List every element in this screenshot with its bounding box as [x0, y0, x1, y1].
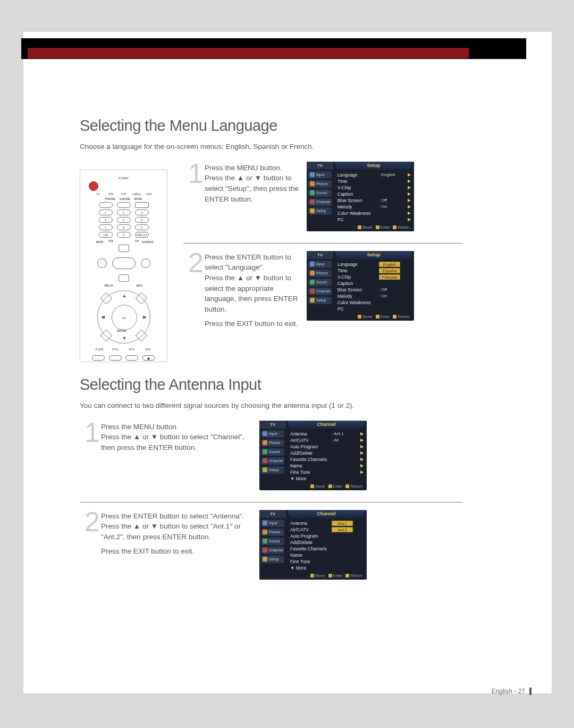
osd-tab-setup: Setup	[261, 466, 284, 474]
osd-title-setup: Setup	[335, 162, 412, 170]
osd-tab-setup: Setup	[261, 556, 284, 563]
osd-tab-picture: Picture	[308, 270, 332, 277]
osd-tab-channel: Channel	[308, 198, 332, 206]
osd-tv-badge: TV	[307, 251, 333, 259]
osd-item-antenna: AntennaAnt.1	[290, 520, 364, 526]
osd-item-melody: Melody: On	[337, 293, 411, 299]
osd-item-pc: PC	[337, 306, 411, 312]
step-text-2b: Press the ENTER button to select "Antenn…	[101, 510, 255, 561]
step-text-1a: Press the MENU button. Press the ▲ or ▼ …	[205, 162, 302, 208]
osd-item-antenna: Antenna: Ant.1▶	[290, 431, 364, 437]
osd-title-setup: Setup	[335, 251, 412, 259]
osd-item-name: Name	[290, 552, 364, 558]
osd-tab-channel: Channel	[308, 288, 332, 295]
step-number-1a: 1	[183, 162, 201, 185]
step-number-2a: 2	[183, 251, 201, 274]
osd-item-favorite: Favorite Channels▶	[290, 456, 364, 463]
osd-item-more: ▼ More	[290, 565, 364, 571]
osd-setup-1: TVSetup Input Picture Sound Channel Setu…	[307, 162, 414, 231]
osd-tv-badge: TV	[259, 510, 286, 518]
page-footer: English - 27	[492, 688, 531, 695]
osd-item-more: ▼ More	[290, 475, 364, 482]
osd-tab-input: Input	[308, 171, 332, 179]
step-number-1b: 1	[80, 421, 98, 444]
osd-item-autoprogram: Auto Program▶	[290, 444, 364, 450]
osd-item-adddelete: Add/Delete	[290, 539, 364, 546]
divider	[183, 243, 462, 244]
osd-tab-picture: Picture	[261, 439, 284, 447]
step-text-2a: Press the ENTER button to select "Langua…	[205, 251, 302, 333]
osd-setup-2: TVSetup Input Picture Sound Channel Setu…	[307, 251, 414, 321]
osd-item-vchip: V-ChipFrançais	[337, 274, 411, 280]
osd-item-caption: Caption	[337, 280, 411, 287]
osd-tv-badge: TV	[307, 162, 333, 170]
step-number-2b: 2	[80, 510, 98, 533]
osd-tab-channel: Channel	[261, 547, 284, 554]
osd-item-pc: PC▶	[337, 216, 411, 223]
intro-selecting-menu-language: Choose a language for the on-screen menu…	[80, 142, 462, 152]
osd-item-finetune: Fine Tune	[290, 558, 364, 565]
osd-tab-sound: Sound	[308, 279, 332, 286]
osd-item-bluescreen: Blue Screen: Off	[337, 287, 411, 293]
osd-channel-1: TVChannel Input Picture Sound Channel Se…	[259, 421, 367, 490]
osd-item-name: Name▶	[290, 463, 364, 469]
osd-item-colorweakness: Color Weakness	[337, 299, 411, 306]
osd-item-time: TimeEspañol	[337, 267, 411, 274]
osd-tab-channel: Channel	[261, 457, 284, 465]
osd-footer: MoveEnterReturn	[307, 313, 414, 319]
osd-channel-2: TVChannel Input Picture Sound Channel Se…	[259, 510, 367, 580]
osd-tab-input: Input	[261, 430, 284, 438]
osd-item-caption: Caption▶	[337, 191, 411, 197]
osd-tab-input: Input	[261, 520, 284, 527]
osd-item-aircatv: Air/CATVAnt.2	[290, 526, 364, 533]
osd-item-finetune: Fine Tune▶	[290, 469, 364, 475]
osd-item-autoprogram: Auto Program	[290, 533, 364, 539]
osd-tab-setup: Setup	[308, 207, 332, 215]
divider	[80, 502, 462, 503]
osd-item-colorweakness: Color Weakness▶	[337, 210, 411, 216]
osd-tab-input: Input	[308, 261, 332, 268]
osd-tab-picture: Picture	[261, 529, 284, 536]
osd-tv-badge: TV	[259, 421, 286, 429]
osd-footer: MoveEnterReturn	[259, 483, 367, 489]
osd-title-channel: Channel	[288, 510, 365, 518]
osd-tab-setup: Setup	[308, 297, 332, 304]
osd-item-favorite: Favorite Channels	[290, 546, 364, 552]
step-text-1b: Press the MENU button. Press the ▲ or ▼ …	[101, 421, 255, 457]
osd-tab-sound: Sound	[261, 538, 284, 545]
heading-selecting-menu-language: Selecting the Menu Language	[80, 117, 462, 135]
osd-item-language: LanguageEnglish	[337, 261, 411, 267]
osd-item-bluescreen: Blue Screen: Off▶	[337, 197, 411, 204]
intro-selecting-antenna: You can connect to two different signal …	[80, 401, 462, 411]
osd-tab-sound: Sound	[261, 448, 284, 456]
osd-footer: MoveEnterReturn	[259, 572, 367, 578]
osd-item-vchip: V-Chip▶	[337, 185, 411, 191]
osd-item-aircatv: Air/CATV: Air▶	[290, 437, 364, 444]
osd-item-time: Time▶	[337, 178, 411, 185]
osd-title-channel: Channel	[288, 421, 365, 429]
osd-item-melody: Melody: On▶	[337, 204, 411, 210]
osd-tab-picture: Picture	[308, 180, 332, 188]
osd-item-adddelete: Add/Delete▶	[290, 450, 364, 456]
heading-selecting-antenna: Selecting the Antenna Input	[80, 376, 462, 394]
osd-tab-sound: Sound	[308, 189, 332, 197]
header-bar-red	[28, 48, 469, 58]
osd-item-language: Language: English▶	[337, 172, 411, 178]
osd-footer: MoveEnterReturn	[307, 224, 414, 230]
